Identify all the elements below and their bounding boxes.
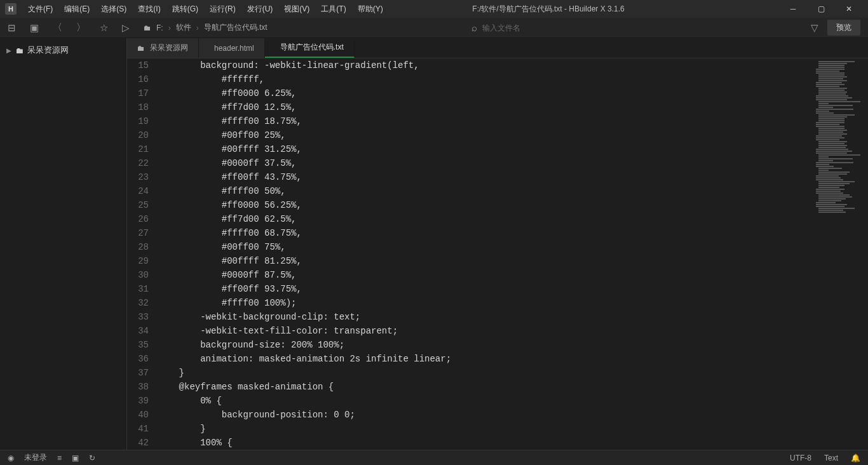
minimize-button[interactable]: ─ bbox=[779, 0, 807, 18]
menu-item[interactable]: 视图(V) bbox=[279, 2, 315, 17]
menu-item[interactable]: 运行(R) bbox=[205, 2, 241, 17]
line-number: 30 bbox=[127, 268, 149, 282]
code-line: 0% { bbox=[158, 394, 804, 408]
line-number: 18 bbox=[127, 100, 149, 114]
run-icon[interactable]: ▷ bbox=[122, 22, 130, 34]
terminal-icon[interactable]: ▣ bbox=[72, 454, 79, 462]
breadcrumb-sep: › bbox=[168, 24, 171, 32]
preview-button[interactable]: 预览 bbox=[827, 20, 860, 36]
filter-icon[interactable]: ▽ bbox=[811, 22, 818, 34]
code-line: 100% { bbox=[158, 436, 804, 450]
editor-body: 1516171819202122232425262728293031323334… bbox=[127, 58, 868, 450]
code-line: background: -webkit-linear-gradient(left… bbox=[158, 58, 804, 72]
line-number: 29 bbox=[127, 254, 149, 268]
code-content[interactable]: background: -webkit-linear-gradient(left… bbox=[158, 58, 868, 450]
user-icon: ◉ bbox=[8, 454, 14, 462]
code-line: #00ffff 81.25%, bbox=[158, 254, 804, 268]
code-line: #ff0000 56.25%, bbox=[158, 198, 804, 212]
menu-item[interactable]: 编辑(E) bbox=[59, 2, 95, 17]
window-controls: ─ ▢ ✕ bbox=[779, 0, 863, 18]
nav-back-icon[interactable]: 〈 bbox=[53, 22, 62, 34]
encoding-status[interactable]: UTF-8 bbox=[790, 454, 811, 462]
code-line: #00ff00 25%, bbox=[158, 128, 804, 142]
breadcrumb-part[interactable]: F: bbox=[156, 24, 163, 32]
line-number: 20 bbox=[127, 128, 149, 142]
line-number: 33 bbox=[127, 310, 149, 324]
line-number: 16 bbox=[127, 72, 149, 86]
line-number: 36 bbox=[127, 352, 149, 366]
code-line: #ff00ff 93.75%, bbox=[158, 282, 804, 296]
sidebar-project-root[interactable]: ▶ 🖿 呆呆资源网 bbox=[0, 42, 126, 58]
folder-icon: 🖿 bbox=[144, 24, 151, 32]
line-number: 34 bbox=[127, 324, 149, 338]
line-number: 27 bbox=[127, 226, 149, 240]
code-line: #ffffff, bbox=[158, 72, 804, 86]
line-number: 31 bbox=[127, 282, 149, 296]
code-line: #0000ff 87.5%, bbox=[158, 268, 804, 282]
close-button[interactable]: ✕ bbox=[835, 0, 863, 18]
menu-item[interactable]: 工具(T) bbox=[316, 2, 351, 17]
line-number: 23 bbox=[127, 170, 149, 184]
line-number: 41 bbox=[127, 422, 149, 436]
folder-icon: 🖿 bbox=[137, 44, 145, 53]
sync-icon[interactable]: ↻ bbox=[89, 454, 95, 462]
editor-area: 🖿呆呆资源网header.html导航广告位代码.txt 15161718192… bbox=[127, 38, 868, 450]
save-icon[interactable]: ▣ bbox=[30, 22, 39, 34]
search-wrap: ⌕ bbox=[471, 22, 802, 33]
statusbar: ◉ 未登录 ≡ ▣ ↻ UTF-8 Text 🔔 bbox=[0, 450, 868, 465]
sidebar-item-label: 呆呆资源网 bbox=[27, 44, 69, 56]
code-line: -webkit-background-clip: text; bbox=[158, 310, 804, 324]
line-number: 37 bbox=[127, 366, 149, 380]
code-line: #ffff00 50%, bbox=[158, 184, 804, 198]
code-line: #ff7d00 12.5%, bbox=[158, 100, 804, 114]
main-area: ▶ 🖿 呆呆资源网 🖿呆呆资源网header.html导航广告位代码.txt 1… bbox=[0, 38, 868, 450]
code-line: background-size: 200% 100%; bbox=[158, 338, 804, 352]
list-icon[interactable]: ≡ bbox=[57, 454, 62, 462]
nav-forward-icon[interactable]: 〉 bbox=[76, 22, 86, 34]
menu-item[interactable]: 文件(F) bbox=[23, 2, 58, 17]
code-line: -webkit-text-fill-color: transparent; bbox=[158, 324, 804, 338]
menu-item[interactable]: 发行(U) bbox=[242, 2, 278, 17]
syntax-status[interactable]: Text bbox=[824, 454, 838, 462]
search-icon[interactable]: ⌕ bbox=[471, 22, 477, 33]
line-number: 22 bbox=[127, 156, 149, 170]
line-number: 21 bbox=[127, 142, 149, 156]
menubar: 文件(F)编辑(E)选择(S)查找(I)跳转(G)运行(R)发行(U)视图(V)… bbox=[23, 2, 388, 17]
bell-icon[interactable]: 🔔 bbox=[851, 454, 860, 462]
menu-item[interactable]: 帮助(Y) bbox=[353, 2, 388, 17]
line-gutter: 1516171819202122232425262728293031323334… bbox=[127, 58, 158, 450]
line-number: 24 bbox=[127, 184, 149, 198]
titlebar: H 文件(F)编辑(E)选择(S)查找(I)跳转(G)运行(R)发行(U)视图(… bbox=[0, 0, 868, 18]
minimap[interactable] bbox=[811, 58, 868, 450]
line-number: 25 bbox=[127, 198, 149, 212]
menu-item[interactable]: 选择(S) bbox=[96, 2, 132, 17]
folder-icon: 🖿 bbox=[15, 46, 24, 55]
code-line: #ff7d00 62.5%, bbox=[158, 212, 804, 226]
editor-tab[interactable]: 🖿呆呆资源网 bbox=[127, 38, 199, 58]
editor-tab[interactable]: header.html bbox=[199, 38, 265, 58]
line-number: 38 bbox=[127, 380, 149, 394]
line-number: 40 bbox=[127, 408, 149, 422]
breadcrumb: 🖿 F: › 软件 › 导航广告位代码.txt bbox=[144, 22, 268, 33]
code-line: background-position: 0 0; bbox=[158, 408, 804, 422]
login-status[interactable]: 未登录 bbox=[24, 452, 47, 463]
menu-item[interactable]: 跳转(G) bbox=[167, 2, 203, 17]
code-line: #ffff00 100%); bbox=[158, 296, 804, 310]
search-input[interactable] bbox=[482, 24, 775, 32]
code-line: #00ffff 31.25%, bbox=[158, 142, 804, 156]
chevron-right-icon: ▶ bbox=[6, 47, 11, 54]
editor-tab[interactable]: 导航广告位代码.txt bbox=[265, 38, 355, 58]
code-line: #ff0000 6.25%, bbox=[158, 86, 804, 100]
menu-item[interactable]: 查找(I) bbox=[133, 2, 165, 17]
code-line: #00ff00 75%, bbox=[158, 240, 804, 254]
line-number: 28 bbox=[127, 240, 149, 254]
toggle-sidebar-icon[interactable]: ⊟ bbox=[8, 22, 16, 34]
maximize-button[interactable]: ▢ bbox=[807, 0, 835, 18]
breadcrumb-part[interactable]: 软件 bbox=[176, 22, 191, 33]
star-icon[interactable]: ☆ bbox=[100, 22, 108, 34]
line-number: 19 bbox=[127, 114, 149, 128]
code-line: #ffff00 68.75%, bbox=[158, 226, 804, 240]
breadcrumb-part[interactable]: 导航广告位代码.txt bbox=[204, 22, 268, 33]
code-line: #ffff00 18.75%, bbox=[158, 114, 804, 128]
code-line: } bbox=[158, 422, 804, 436]
